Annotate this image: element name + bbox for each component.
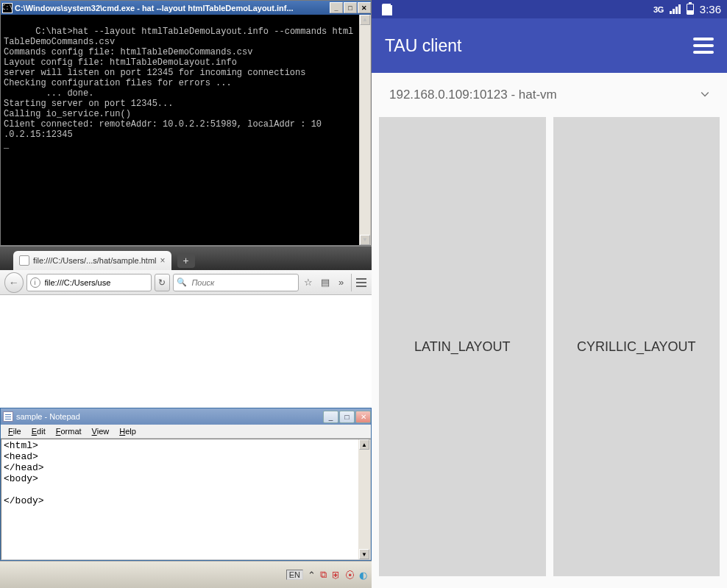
tray-action-icon[interactable]: ◐	[359, 570, 367, 581]
app-bar: TAU client	[372, 18, 727, 73]
sd-card-icon	[382, 4, 392, 15]
browser-viewport	[0, 295, 372, 408]
server-dropdown[interactable]: 192.168.0.109:10123 - hat-vm	[372, 73, 727, 117]
notepad-scrollbar[interactable]: ▲ ▼	[358, 439, 370, 559]
hamburger-icon[interactable]	[693, 38, 714, 54]
library-icon[interactable]: ▤	[318, 275, 331, 290]
app-title: TAU client	[385, 36, 693, 56]
tab-strip: file:///C:/Users/...s/hat/sample.html × …	[0, 247, 372, 270]
server-label: 192.168.0.109:10123 - hat-vm	[389, 88, 557, 102]
notepad-title: sample - Notepad	[16, 412, 80, 421]
notepad-minimize-button[interactable]: _	[323, 411, 338, 423]
scroll-down-icon[interactable]: ▼	[359, 549, 369, 559]
url-input[interactable]	[43, 277, 148, 288]
chevron-down-icon	[701, 88, 709, 102]
tray-up-icon[interactable]: ⌃	[308, 570, 316, 581]
taskbar: EN ⌃ ⧉ ⛨ 🖸 ◐	[0, 561, 372, 588]
android-screen: 3G 3:36 TAU client 192.168.0.109:10123 -…	[372, 0, 727, 588]
battery-icon	[687, 4, 694, 15]
scroll-track[interactable]	[360, 25, 370, 235]
site-info-icon[interactable]: i	[30, 277, 40, 288]
scroll-up-icon[interactable]: ▲	[359, 439, 369, 450]
card-latin-layout[interactable]: LATIN_LAYOUT	[379, 117, 546, 576]
cmd-maximize-button[interactable]: □	[344, 2, 357, 13]
reload-button[interactable]: ↻	[155, 274, 171, 291]
cmd-icon: C:\	[2, 3, 13, 13]
cmd-output: C:\hat>hat --layout htmlTableDemoLayout.…	[1, 15, 371, 245]
search-input[interactable]	[190, 277, 295, 288]
card-label: LATIN_LAYOUT	[414, 339, 510, 355]
cmd-close-button[interactable]: ✕	[358, 2, 371, 13]
menu-icon[interactable]	[351, 274, 367, 291]
cmd-scrollbar[interactable]: ▲ ▼	[359, 15, 371, 245]
notepad-titlebar[interactable]: sample - Notepad _ □ ✕	[1, 408, 371, 425]
notepad-maximize-button[interactable]: □	[339, 411, 355, 423]
cmd-titlebar[interactable]: C:\ C:\Windows\system32\cmd.exe - hat --…	[1, 1, 371, 15]
card-cyrillic-layout[interactable]: CYRILLIC_LAYOUT	[553, 117, 720, 576]
notepad-close-button[interactable]: ✕	[355, 411, 371, 423]
status-time: 3:36	[700, 3, 721, 15]
card-label: CYRILLIC_LAYOUT	[577, 339, 696, 355]
browser-tab[interactable]: file:///C:/Users/...s/hat/sample.html ×	[13, 251, 171, 270]
language-indicator[interactable]: EN	[286, 570, 303, 580]
windows-desktop: C:\ C:\Windows\system32\cmd.exe - hat --…	[0, 0, 372, 588]
notepad-menu: File Edit Format View Help	[1, 425, 371, 439]
menu-format[interactable]: Format	[52, 426, 86, 436]
search-box[interactable]: 🔍	[173, 274, 299, 291]
bookmark-icon[interactable]: ☆	[302, 275, 315, 290]
overflow-icon[interactable]: »	[335, 275, 348, 290]
new-tab-button[interactable]: +	[177, 253, 195, 268]
layout-cards: LATIN_LAYOUT CYRILLIC_LAYOUT	[372, 117, 727, 588]
cmd-output-text: C:\hat>hat --layout htmlTableDemoLayout.…	[4, 26, 353, 150]
back-button[interactable]: ←	[4, 272, 24, 293]
browser-window: file:///C:/Users/...s/hat/sample.html × …	[0, 246, 372, 408]
scroll-track[interactable]	[358, 450, 370, 549]
scroll-down-icon[interactable]: ▼	[360, 235, 370, 245]
network-type: 3G	[653, 5, 664, 14]
notepad-text[interactable]: <html> <head> </head> <body> </body>	[1, 439, 370, 507]
url-box[interactable]: i	[26, 274, 152, 291]
tray-network-icon[interactable]: ⧉	[320, 569, 327, 581]
notepad-icon	[3, 411, 13, 422]
signal-icon	[670, 4, 681, 14]
cmd-window: C:\ C:\Windows\system32\cmd.exe - hat --…	[0, 0, 372, 246]
tray-volume-icon[interactable]: 🖸	[345, 570, 355, 581]
close-tab-icon[interactable]: ×	[160, 255, 166, 266]
tab-label: file:///C:/Users/...s/hat/sample.html	[33, 256, 157, 265]
page-icon	[19, 255, 29, 266]
cmd-title: C:\Windows\system32\cmd.exe - hat --layo…	[15, 4, 329, 13]
tray-shield-icon[interactable]: ⛨	[331, 570, 341, 581]
menu-view[interactable]: View	[88, 426, 114, 436]
scroll-up-icon[interactable]: ▲	[360, 15, 370, 25]
browser-toolbar: ← i ↻ 🔍 ☆ ▤ »	[0, 270, 372, 295]
notepad-body[interactable]: <html> <head> </head> <body> </body> ▲ ▼	[1, 439, 371, 560]
menu-edit[interactable]: Edit	[27, 426, 50, 436]
menu-help[interactable]: Help	[115, 426, 141, 436]
cmd-minimize-button[interactable]: _	[330, 2, 343, 13]
search-icon: 🔍	[177, 277, 187, 287]
menu-file[interactable]: File	[4, 426, 26, 436]
status-bar: 3G 3:36	[372, 0, 727, 18]
notepad-window: sample - Notepad _ □ ✕ File Edit Format …	[0, 408, 372, 561]
